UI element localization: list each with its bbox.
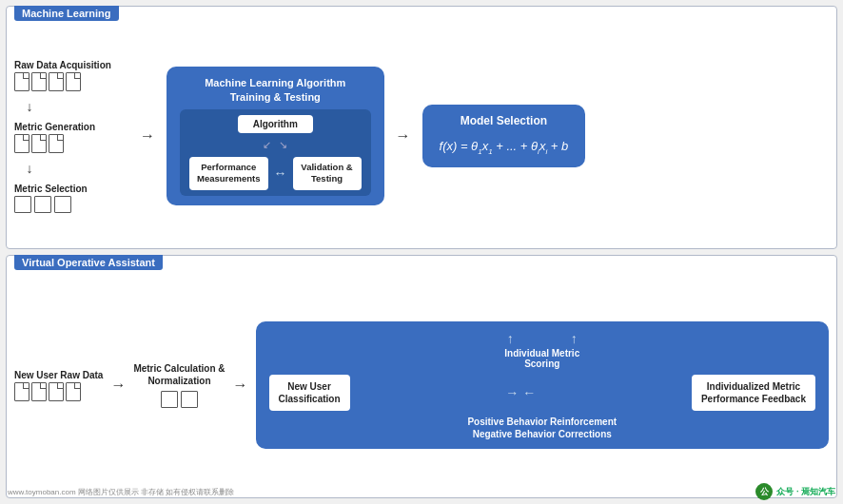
step-raw-data: Raw Data Acquisition [14,60,111,91]
new-user-class-box: New UserClassification [269,375,350,411]
algo-title: Machine Learning Algorithm Training & Te… [205,76,345,104]
scoring-area: ↑ ↑ Individual MetricScoring [269,331,815,369]
step-metric-sel: Metric Selection [14,184,88,213]
doc-icon-2 [31,72,47,91]
ml-section: Machine Learning Raw Data Acquisition ↓ … [6,6,837,249]
small-box-3 [54,196,71,213]
mc-box-1 [161,391,178,408]
doc-icon-nu-4 [66,382,81,401]
doc-icon-3 [49,72,64,91]
algo-arrows-row: ↙ ↘ [189,139,362,151]
metric-gen-label: Metric Generation [14,122,95,132]
new-user-step: New User Raw Data [14,370,103,401]
metric-calc-boxes [161,391,198,408]
arrow-2: → [233,377,248,394]
arrow-left-to-center: → [138,127,157,145]
up-arrows-row: ↑ ↑ [507,331,578,346]
mc-box-2 [181,391,198,408]
up-arrow-left: ↑ [507,331,514,346]
validation-box: Validation & Testing [293,157,362,190]
doc-icon-nu-3 [49,382,64,401]
algo-connector-arrow: ↔ [274,165,287,181]
individualized-box: Individualized Metric Performance Feedba… [692,375,815,411]
new-user-icons [14,382,81,401]
perf-measurements-box: Performance Measurements [189,157,268,190]
step-metric-gen: Metric Generation [14,122,95,153]
perf-arrow: ↙ [263,139,271,151]
arrow-1: → [110,377,126,394]
small-box-1 [14,196,31,213]
voa-bottom-labels: Positive Behavior Reinforcement Negative… [467,417,617,439]
model-sel-title: Model Selection [461,114,547,127]
arrow-down-1: ↓ [24,99,35,114]
metric-sel-label: Metric Selection [14,184,88,194]
voa-section: Virtual Operative Assistant New User Raw… [6,255,837,498]
metric-gen-icons [14,134,64,153]
raw-data-label: Raw Data Acquisition [14,60,111,70]
ml-left-col: Raw Data Acquisition ↓ Metric Generation [14,60,128,213]
metric-sel-boxes [14,196,71,213]
center-arrows: → ← [505,385,536,400]
voa-left: New User Raw Data [14,370,103,401]
up-arrow-right: ↑ [571,331,578,346]
right-arrow-2: ← [522,385,536,400]
doc-icon-6 [31,134,47,153]
doc-icon-nu-2 [31,382,47,401]
val-arrow: ↘ [279,139,287,151]
metric-calc-label: Metric Calculation & Normalization [133,362,225,387]
doc-icon-7 [49,134,64,153]
voa-section-label: Virtual Operative Assistant [14,255,163,270]
arrow-center-to-right: → [394,127,413,145]
voa-middle-row: New UserClassification → ← Individualize… [269,375,815,411]
raw-data-icons [14,72,81,91]
ml-algo-box: Machine Learning Algorithm Training & Te… [167,67,384,204]
model-sel-box: Model Selection f(x) = θ1x1 + ... + θixi… [422,105,586,167]
right-arrow-1: → [505,385,519,400]
main-wrapper: Machine Learning Raw Data Acquisition ↓ … [0,0,843,504]
positive-label: Positive Behavior Reinforcement [467,417,617,427]
voa-big-box: ↑ ↑ Individual MetricScoring New UserCla… [256,321,829,449]
doc-icon-5 [14,134,29,153]
doc-icon-4 [66,72,81,91]
algo-inner: Algorithm ↙ ↘ Performance Measurements ↔… [180,109,371,196]
doc-icon-1 [14,72,29,91]
small-box-2 [34,196,51,213]
arrow-down-2: ↓ [24,161,35,176]
scoring-label: Individual MetricScoring [504,348,579,369]
model-sel-formula: f(x) = θ1x1 + ... + θixi + b [440,137,569,158]
ml-section-label: Machine Learning [14,6,119,21]
algorithm-box: Algorithm [238,115,313,133]
ml-content: Raw Data Acquisition ↓ Metric Generation [14,31,829,241]
doc-icon-nu-1 [14,382,29,401]
negative-label: Negative Behavior Corrections [473,429,612,439]
metric-calc: Metric Calculation & Normalization [133,362,225,408]
voa-content: New User Raw Data → Metric Calculation &… [14,281,829,490]
algo-bottom-row: Performance Measurements ↔ Validation & … [189,157,362,190]
new-user-label: New User Raw Data [14,370,103,380]
